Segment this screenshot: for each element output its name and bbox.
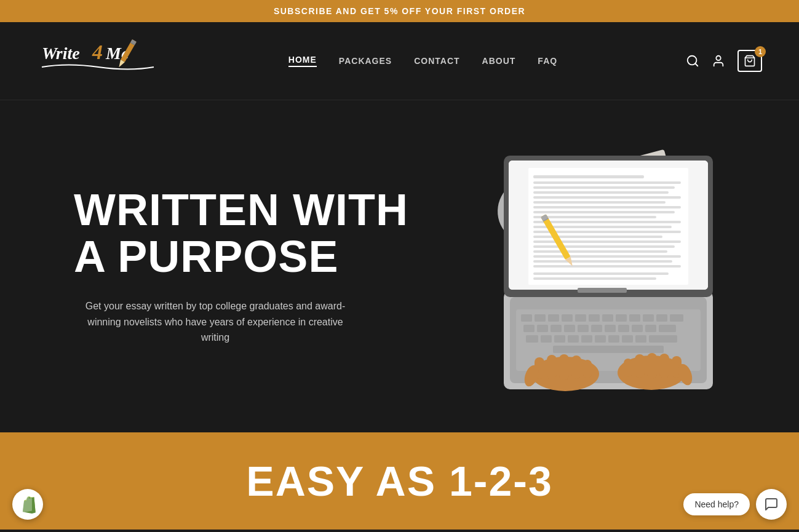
svg-rect-45 [645,325,656,332]
svg-rect-72 [533,226,672,228]
announcement-bar: SUBSCRIBE AND GET 5% OFF YOUR FIRST ORDE… [0,0,799,22]
svg-rect-66 [533,196,681,199]
svg-rect-81 [533,272,669,275]
hero-text-block: WRITTEN WITH A PURPOSE Get your essay wr… [74,187,408,346]
svg-rect-51 [581,335,592,343]
nav-item-faq[interactable]: FAQ [538,56,557,66]
svg-rect-78 [533,255,681,258]
nav-item-packages[interactable]: PACKAGES [339,56,392,66]
cart-icon [744,55,756,67]
chat-icon [764,497,779,512]
search-button[interactable] [686,54,699,68]
svg-rect-63 [533,181,681,184]
shopify-badge[interactable] [12,489,43,520]
user-icon [712,54,725,68]
svg-rect-86 [547,355,557,379]
hero-scene-svg [455,137,750,395]
svg-rect-37 [537,325,548,332]
svg-rect-40 [578,325,589,332]
svg-rect-26 [548,314,559,322]
svg-rect-53 [608,335,619,343]
nav-item-home[interactable]: HOME [288,55,317,67]
hero-subtitle: Get your essay written by top college gr… [74,298,357,346]
main-nav: HOME PACKAGES CONTACT ABOUT FAQ [288,55,557,67]
svg-rect-95 [659,354,669,378]
svg-rect-32 [629,314,640,322]
svg-rect-94 [647,353,657,379]
svg-rect-89 [583,360,592,378]
svg-rect-52 [595,335,606,343]
nav-item-contact[interactable]: CONTACT [414,56,459,66]
svg-rect-50 [568,335,579,343]
svg-rect-87 [559,354,569,380]
svg-rect-39 [564,325,575,332]
svg-rect-68 [533,206,681,208]
svg-rect-57 [553,346,664,353]
svg-rect-38 [551,325,562,332]
svg-rect-77 [533,250,667,253]
svg-rect-42 [605,325,616,332]
cart-badge: 1 [755,46,766,57]
svg-rect-92 [624,359,632,377]
svg-rect-65 [533,191,669,194]
svg-rect-69 [533,211,675,213]
logo-svg: Write 4 Me [37,33,160,89]
svg-rect-27 [562,314,573,322]
svg-rect-79 [533,260,672,263]
svg-rect-88 [571,355,581,379]
header-icons: 1 [686,50,762,72]
svg-rect-55 [635,335,646,343]
svg-rect-44 [632,325,643,332]
svg-rect-62 [533,175,644,178]
svg-rect-25 [535,314,546,322]
svg-rect-67 [533,201,666,204]
chat-bubble-label: Need help? [683,493,750,515]
cart-button[interactable]: 1 [737,50,762,72]
svg-rect-71 [533,221,681,223]
chat-widget: Need help? [683,489,787,520]
svg-rect-83 [578,288,627,293]
svg-rect-64 [533,186,675,189]
easy-title: EASY AS 1-2-3 [12,457,787,505]
svg-rect-47 [526,335,538,343]
svg-rect-43 [618,325,629,332]
svg-text:4: 4 [92,41,103,63]
search-icon [686,54,699,68]
svg-rect-54 [622,335,633,343]
shopify-icon [18,495,37,514]
svg-rect-76 [533,245,675,248]
svg-rect-29 [589,314,600,322]
svg-rect-35 [670,314,683,322]
svg-rect-70 [533,216,656,218]
svg-rect-48 [541,335,552,343]
svg-rect-24 [521,314,532,322]
svg-rect-28 [575,314,586,322]
svg-line-8 [695,63,698,66]
hero-section: WRITTEN WITH A PURPOSE Get your essay wr… [0,100,799,432]
svg-rect-30 [602,314,613,322]
svg-rect-56 [649,335,677,343]
svg-rect-82 [533,277,656,280]
svg-rect-49 [554,335,565,343]
svg-rect-36 [523,325,535,332]
svg-rect-41 [591,325,602,332]
svg-rect-33 [643,314,654,322]
hero-title: WRITTEN WITH A PURPOSE [74,187,408,280]
svg-rect-80 [533,265,681,268]
svg-rect-46 [659,325,676,332]
svg-rect-93 [635,354,645,378]
svg-rect-34 [656,314,667,322]
logo[interactable]: Write 4 Me [37,33,160,89]
hero-image [455,137,750,395]
nav-item-about[interactable]: ABOUT [482,56,516,66]
easy-section: EASY AS 1-2-3 [0,432,799,530]
svg-text:Write: Write [42,44,80,63]
account-button[interactable] [712,54,725,68]
svg-rect-31 [616,314,627,322]
header: Write 4 Me HOME PACKAGES CONTACT ABOUT F… [0,22,799,100]
chat-button[interactable] [756,489,787,520]
announcement-text: SUBSCRIBE AND GET 5% OFF YOUR FIRST ORDE… [274,6,525,16]
svg-point-9 [716,56,720,60]
